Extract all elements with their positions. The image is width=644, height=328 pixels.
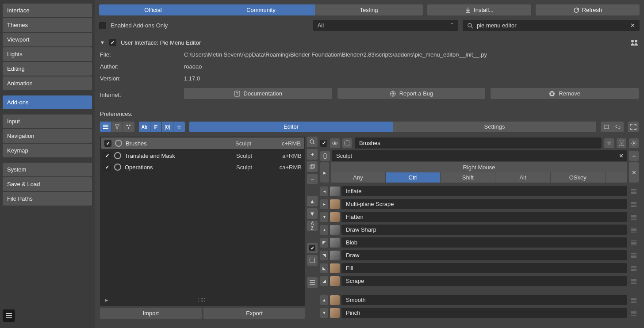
brush-name-field[interactable]: Smooth	[341, 295, 627, 305]
duplicate-button[interactable]	[307, 161, 318, 172]
tab-official[interactable]: Official	[99, 4, 207, 15]
key-collapse[interactable]: ▸	[320, 162, 329, 183]
fullscreen-icon[interactable]	[628, 122, 639, 132]
filter-icon[interactable]	[111, 122, 123, 132]
mod-any[interactable]: Any	[331, 172, 386, 183]
addon-enabled-checkbox[interactable]	[109, 39, 116, 46]
expand-icon[interactable]: ▸	[105, 297, 108, 303]
ab-icon[interactable]: Ab	[139, 122, 150, 132]
clear-mode-icon[interactable]: ✕	[619, 153, 624, 159]
brush-name-field[interactable]: Flatten	[341, 212, 627, 222]
brush-name-field[interactable]: Blob	[341, 237, 627, 248]
sidebar-item-interface[interactable]: Interface	[3, 4, 92, 17]
sidebar-item-navigation[interactable]: Navigation	[3, 129, 92, 143]
help-button[interactable]: ?	[617, 138, 626, 148]
brush-row[interactable]: ▼ Pinch	[320, 307, 639, 319]
menu-enabled-checkbox[interactable]	[320, 140, 327, 147]
move-up-button[interactable]: ▲	[307, 196, 318, 206]
brush-row[interactable]: ◂ Inflate	[320, 185, 639, 197]
direction-icon[interactable]: ▲	[320, 295, 328, 305]
add-button[interactable]: ＋	[307, 149, 318, 160]
drag-handle-icon[interactable]	[629, 212, 639, 222]
mod-shift[interactable]: Shift	[441, 172, 495, 183]
sidebar-item-themes[interactable]: Themes	[3, 18, 92, 32]
move-down-button[interactable]: ▼	[307, 208, 318, 219]
direction-icon[interactable]: ▴	[320, 225, 328, 235]
category-dropdown[interactable]: All ˅	[313, 20, 458, 31]
list-item[interactable]: Brushes Sculpt c+RMB	[101, 137, 304, 149]
uncheck-all-button[interactable]	[307, 255, 318, 266]
favorite-icon[interactable]: ☆	[604, 138, 614, 148]
brush-name-field[interactable]: Pinch	[341, 308, 627, 318]
drag-handle-icon[interactable]	[629, 263, 639, 273]
drag-handle-icon[interactable]	[629, 276, 639, 286]
drag-handle-icon[interactable]	[629, 308, 639, 318]
sidebar-item-viewport[interactable]: Viewport	[3, 33, 92, 46]
install-button[interactable]: Install...	[427, 4, 531, 15]
documentation-button[interactable]: ? Documentation	[184, 88, 332, 99]
link-icon[interactable]	[612, 122, 624, 132]
sidebar-item-save-load[interactable]: Save & Load	[3, 177, 92, 191]
brush-name-field[interactable]: Scrape	[341, 276, 627, 286]
item-enable-checkbox[interactable]	[104, 152, 111, 159]
brush-name-field[interactable]: Fill	[341, 263, 627, 273]
direction-icon[interactable]: ◂	[320, 187, 328, 196]
sidebar-item-editing[interactable]: Editing	[3, 62, 92, 76]
direction-icon[interactable]: ▾	[320, 212, 328, 222]
sidebar-item-addons[interactable]: Add-ons	[3, 95, 92, 109]
drag-handle-icon[interactable]	[629, 251, 639, 260]
menu-name-field[interactable]: Brushes	[355, 137, 602, 149]
direction-icon[interactable]: ◤	[320, 238, 328, 248]
list-item[interactable]: Translate and Mask Sculpt a+RMB	[100, 150, 305, 161]
tree-icon[interactable]	[123, 122, 134, 132]
sort-button[interactable]: AZ	[307, 221, 318, 231]
addon-search[interactable]: ✕	[463, 20, 640, 31]
brush-row[interactable]: ▾ Flatten	[320, 211, 639, 223]
drag-handle-icon[interactable]	[629, 225, 639, 235]
sidebar-item-file-paths[interactable]: File Paths	[3, 192, 92, 206]
brush-name-field[interactable]: Draw	[341, 250, 627, 260]
export-button[interactable]: Export	[203, 308, 305, 319]
remove-button[interactable]: Remove	[491, 88, 639, 99]
grip-icon[interactable]: ∷∷	[198, 297, 205, 303]
mod-ctrl[interactable]: Ctrl	[386, 172, 441, 183]
remove-item-button[interactable]: −	[307, 174, 318, 184]
drag-handle-icon[interactable]	[629, 238, 639, 248]
sidebar-item-keymap[interactable]: Keymap	[3, 144, 92, 157]
number-icon[interactable]: [0]	[162, 122, 173, 132]
brush-row[interactable]: ◤ Blob	[320, 236, 639, 248]
brush-row[interactable]: ▴ Draw Sharp	[320, 224, 639, 236]
sidebar-item-system[interactable]: System	[3, 163, 92, 176]
disclosure-triangle[interactable]: ▼	[100, 40, 105, 45]
item-enable-checkbox[interactable]	[104, 140, 111, 147]
item-enable-checkbox[interactable]	[104, 164, 111, 171]
list-icon[interactable]	[100, 122, 111, 132]
report-bug-button[interactable]: Report a Bug	[337, 88, 486, 99]
search-input[interactable]	[477, 22, 627, 29]
clear-icon[interactable]: ✕	[630, 22, 635, 29]
brush-name-field[interactable]: Inflate	[341, 186, 627, 196]
settings-icon[interactable]	[629, 138, 639, 148]
sidebar-item-input[interactable]: Input	[3, 114, 92, 128]
brush-row[interactable]: ◥ Draw	[320, 249, 639, 261]
drag-handle-icon[interactable]	[629, 199, 639, 209]
import-button[interactable]: Import	[100, 308, 202, 319]
tab-editor[interactable]: Editor	[189, 122, 393, 132]
type-icon[interactable]	[342, 138, 352, 148]
visibility-icon[interactable]	[330, 138, 340, 148]
direction-icon[interactable]: ◥	[320, 251, 328, 260]
brush-row[interactable]: ◣ Fill	[320, 262, 639, 274]
sidebar-item-animation[interactable]: Animation	[3, 76, 92, 90]
brush-name-field[interactable]: Draw Sharp	[341, 225, 627, 235]
mod-oskey[interactable]: OSkey	[551, 172, 606, 183]
brush-name-field[interactable]: Multi-plane Scrape	[341, 199, 627, 209]
drag-handle-icon[interactable]	[629, 295, 639, 305]
key-mouse-button[interactable]: Right Mouse	[331, 162, 627, 172]
sidebar-item-lights[interactable]: Lights	[3, 47, 92, 61]
mode-field[interactable]: Sculpt ✕	[332, 150, 627, 161]
bold-icon[interactable]: F	[150, 122, 162, 132]
add-mode-button[interactable]: ＋	[629, 151, 639, 161]
direction-icon[interactable]: ◢	[320, 276, 328, 286]
check-all-button[interactable]	[307, 243, 318, 253]
mod-alt[interactable]: Alt	[495, 172, 550, 183]
